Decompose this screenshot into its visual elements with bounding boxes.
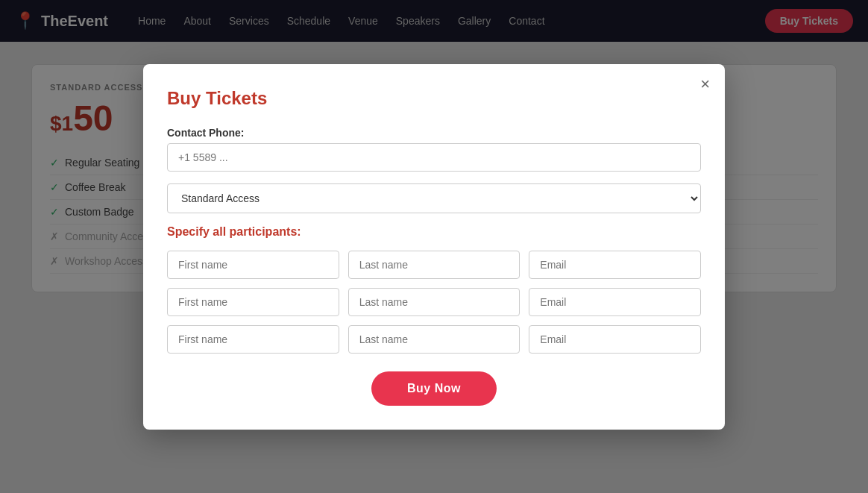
participant-row-1 [167,251,701,279]
participant-3-first[interactable] [167,325,339,354]
buy-tickets-modal: × Buy Tickets Contact Phone: Standard Ac… [143,64,725,430]
participant-1-first[interactable] [167,251,339,279]
modal-close-button[interactable]: × [700,76,710,92]
access-type-select[interactable]: Standard Access VIP Access Premium Acces… [167,183,701,213]
contact-phone-input[interactable] [167,143,701,172]
access-type-group: Standard Access VIP Access Premium Acces… [167,183,701,213]
participant-2-first[interactable] [167,288,339,316]
participant-1-email[interactable] [529,251,701,279]
participants-label: Specify all participants: [167,225,701,239]
participant-3-last[interactable] [348,325,521,354]
participant-row-3 [167,325,701,354]
contact-phone-group: Contact Phone: [167,127,701,172]
participant-2-last[interactable] [348,288,521,316]
participant-row-2 [167,288,701,316]
modal-title: Buy Tickets [167,88,701,109]
participant-2-email[interactable] [529,288,701,316]
participant-1-last[interactable] [348,251,521,279]
buy-now-button[interactable]: Buy Now [371,371,497,406]
participant-3-email[interactable] [529,325,701,354]
modal-overlay[interactable]: × Buy Tickets Contact Phone: Standard Ac… [0,0,868,493]
contact-phone-label: Contact Phone: [167,127,701,139]
